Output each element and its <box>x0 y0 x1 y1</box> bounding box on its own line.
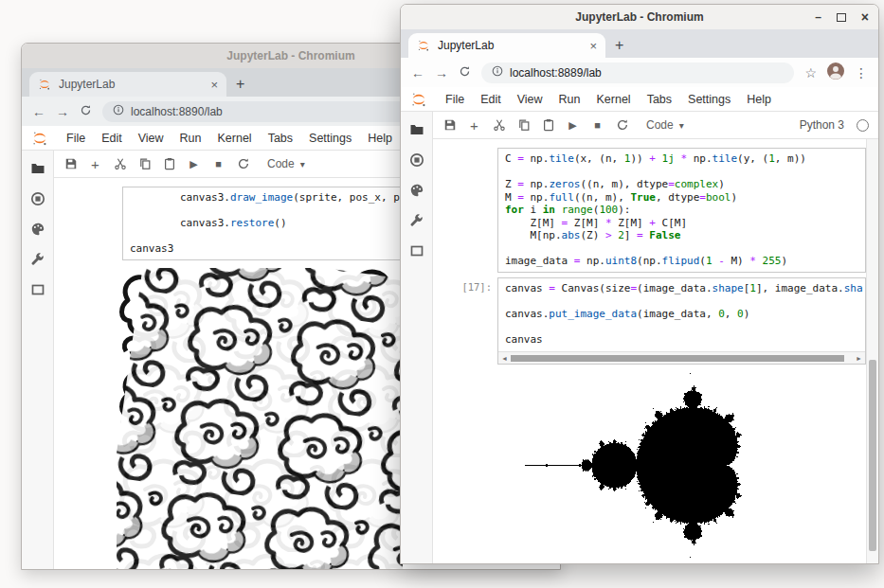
running-sessions-icon[interactable] <box>29 190 45 206</box>
menu-help[interactable]: Help <box>747 93 771 106</box>
browser-menu-icon[interactable]: ⋮ <box>855 66 868 80</box>
property-inspector-icon[interactable] <box>408 212 424 228</box>
file-browser-icon[interactable] <box>29 160 45 176</box>
info-icon[interactable] <box>113 104 124 118</box>
window-title: JupyterLab - Chromium <box>575 10 703 24</box>
back-icon[interactable]: ← <box>411 66 424 80</box>
menu-view[interactable]: View <box>138 132 164 145</box>
kernel-status-icon[interactable] <box>857 119 869 132</box>
cell-output <box>514 370 866 563</box>
stop-icon[interactable]: ■ <box>590 118 604 133</box>
address-bar[interactable]: localhost:8889/lab <box>481 62 794 83</box>
cell-prompt <box>433 148 497 273</box>
running-sessions-icon[interactable] <box>408 151 424 168</box>
command-palette-icon[interactable] <box>29 221 45 237</box>
maximize-icon[interactable] <box>837 13 846 22</box>
menu-run[interactable]: Run <box>180 132 202 145</box>
new-tab-icon[interactable]: + <box>236 77 244 92</box>
tab-strip: JupyterLab × + <box>401 29 878 58</box>
browser-tab[interactable]: JupyterLab × <box>29 72 226 97</box>
menu-view[interactable]: View <box>517 93 543 106</box>
back-icon[interactable]: ← <box>32 105 45 118</box>
restart-kernel-icon[interactable] <box>236 157 250 171</box>
bookmark-star-icon[interactable]: ☆ <box>804 66 817 80</box>
menu-edit[interactable]: Edit <box>480 93 501 106</box>
forward-icon[interactable]: → <box>435 66 448 80</box>
menu-kernel[interactable]: Kernel <box>218 132 252 145</box>
menu-edit[interactable]: Edit <box>101 132 122 145</box>
restart-kernel-icon[interactable] <box>615 118 629 133</box>
tab-close-icon[interactable]: × <box>589 39 597 53</box>
browser-window-front: JupyterLab - Chromium – × JupyterLab × +… <box>400 4 879 564</box>
cell-type-dropdown[interactable]: Code ▾ <box>261 155 312 172</box>
cell-prompt <box>54 187 122 260</box>
forward-icon[interactable]: → <box>56 105 69 118</box>
menu-tabs[interactable]: Tabs <box>268 132 293 145</box>
cell-prompt: [17]: <box>433 277 497 365</box>
window-title: JupyterLab - Chromium <box>226 49 354 62</box>
cut-icon[interactable] <box>492 118 506 133</box>
url-text[interactable]: localhost:8890/lab <box>131 105 223 118</box>
menu-file[interactable]: File <box>445 93 464 106</box>
menu-settings[interactable]: Settings <box>688 93 731 106</box>
mandelbrot-output-image <box>514 370 762 560</box>
browser-tab[interactable]: JupyterLab × <box>408 33 605 58</box>
paste-icon[interactable] <box>162 157 176 171</box>
jupyterlab-sidebar <box>22 151 54 569</box>
command-palette-icon[interactable] <box>408 182 424 198</box>
titlebar[interactable]: JupyterLab - Chromium – × <box>401 5 878 29</box>
jupyter-logo-icon <box>410 91 427 108</box>
open-tabs-icon[interactable] <box>29 281 45 297</box>
scroll-right-icon[interactable]: ► <box>856 355 862 362</box>
save-icon[interactable] <box>442 118 457 133</box>
notebook-toolbar: + ▶ ■ Code ▾ Python 3 <box>433 112 878 139</box>
cell-type-dropdown[interactable]: Code ▾ <box>640 116 691 134</box>
menu-run[interactable]: Run <box>559 93 581 106</box>
file-browser-icon[interactable] <box>408 121 424 137</box>
jupyterlab-sidebar <box>401 112 433 563</box>
cut-icon[interactable] <box>113 157 127 171</box>
jupyterlab-menubar: File Edit View Run Kernel Tabs Settings … <box>401 87 878 112</box>
tab-close-icon[interactable]: × <box>210 78 218 92</box>
url-text[interactable]: localhost:8889/lab <box>510 66 602 80</box>
run-icon[interactable]: ▶ <box>566 118 580 133</box>
menu-tabs[interactable]: Tabs <box>647 93 672 106</box>
reload-icon[interactable] <box>459 65 471 80</box>
menu-kernel[interactable]: Kernel <box>597 93 631 106</box>
cell-type-value: Code <box>267 157 295 170</box>
menu-file[interactable]: File <box>66 132 85 145</box>
menu-settings[interactable]: Settings <box>309 132 352 145</box>
paste-icon[interactable] <box>541 118 555 133</box>
cell-editor[interactable]: C = np.tile(x, (n, 1)) + 1j * np.tile(y,… <box>497 148 866 273</box>
copy-icon[interactable] <box>137 157 152 171</box>
code-cell[interactable]: C = np.tile(x, (n, 1)) + 1j * np.tile(y,… <box>433 148 866 273</box>
horizontal-scrollbar[interactable]: ◄ ► <box>498 351 865 364</box>
kernel-name[interactable]: Python 3 <box>800 118 844 132</box>
notebook-content: C = np.tile(x, (n, 1)) + 1j * np.tile(y,… <box>433 139 878 563</box>
info-icon[interactable] <box>492 65 503 80</box>
add-cell-icon[interactable]: + <box>88 157 102 171</box>
code-cell[interactable]: [17]: canvas = Canvas(size=(image_data.s… <box>433 277 866 365</box>
menu-help[interactable]: Help <box>368 132 392 145</box>
copy-icon[interactable] <box>516 118 531 133</box>
profile-avatar[interactable] <box>827 62 844 83</box>
reload-icon[interactable] <box>80 104 92 118</box>
scrollbar-thumb[interactable] <box>869 360 876 551</box>
scroll-left-icon[interactable]: ◄ <box>501 355 508 362</box>
add-cell-icon[interactable]: + <box>467 118 481 133</box>
property-inspector-icon[interactable] <box>29 251 45 267</box>
browser-navbar: ← → localhost:8889/lab ☆ ⋮ <box>401 58 878 87</box>
save-icon[interactable] <box>63 157 78 171</box>
open-tabs-icon[interactable] <box>408 242 424 258</box>
new-tab-icon[interactable]: + <box>615 38 623 53</box>
stop-icon[interactable]: ■ <box>211 157 226 171</box>
close-icon[interactable]: × <box>861 9 869 25</box>
minimize-icon[interactable]: – <box>815 10 821 24</box>
run-icon[interactable]: ▶ <box>187 157 201 171</box>
vertical-scrollbar[interactable] <box>866 139 878 563</box>
desktop: JupyterLab - Chromium JupyterLab × + ← →… <box>0 0 884 588</box>
jupyter-favicon-icon <box>38 78 51 91</box>
cell-editor[interactable]: canvas = Canvas(size=(image_data.shape[1… <box>497 277 866 365</box>
tab-title: JupyterLab <box>59 78 203 91</box>
scrollbar-thumb[interactable] <box>511 355 844 362</box>
